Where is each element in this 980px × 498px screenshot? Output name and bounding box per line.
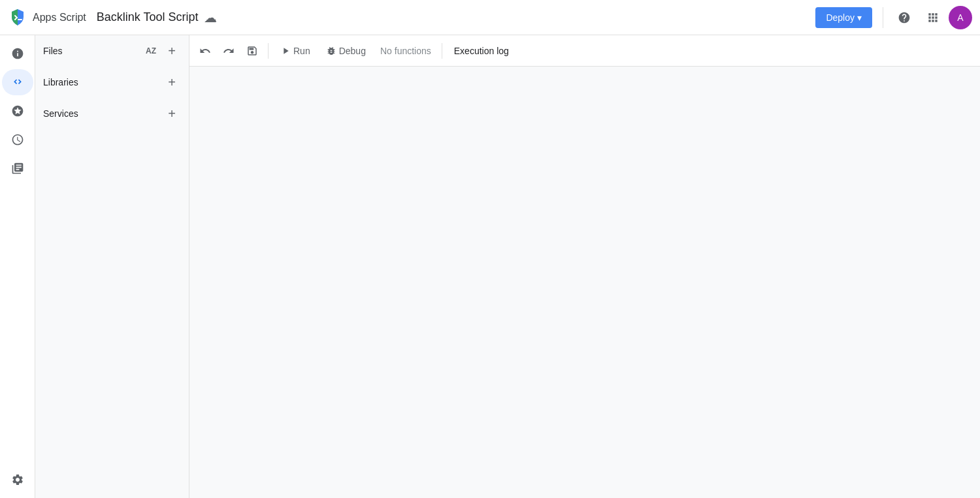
app-logo: Apps Script	[8, 8, 86, 27]
avatar-initial: A	[957, 12, 963, 23]
debug-icon	[326, 46, 336, 56]
services-section: Services +	[35, 98, 189, 129]
sidebar: Files AZ + Libraries +	[35, 35, 189, 498]
files-section: Files AZ +	[35, 35, 189, 67]
redo-icon	[223, 45, 235, 57]
libraries-section-title: Libraries	[43, 77, 78, 87]
apps-grid-button[interactable]	[920, 5, 946, 31]
deploy-button[interactable]: Deploy ▾	[815, 7, 872, 28]
editor-icon	[11, 76, 24, 89]
apps-script-logo	[8, 8, 27, 27]
debug-label: Debug	[339, 46, 366, 56]
triggers-icon	[11, 104, 24, 117]
toolbar-divider-2	[442, 43, 442, 59]
left-nav	[0, 35, 35, 498]
no-functions-label: No functions	[375, 46, 436, 56]
cloud-save-icon[interactable]: ☁	[204, 10, 217, 25]
debug-button[interactable]: Debug	[319, 43, 372, 59]
undo-button[interactable]	[195, 40, 216, 61]
nav-overview-button[interactable]	[5, 40, 31, 67]
files-add-button[interactable]: +	[163, 42, 181, 60]
execution-log-button[interactable]: Execution log	[448, 43, 515, 59]
nav-settings-button[interactable]	[5, 467, 31, 493]
sort-az-icon: AZ	[146, 46, 156, 55]
project-title: Backlink Tool Script	[97, 10, 199, 24]
settings-icon	[11, 473, 24, 486]
add-library-icon: +	[168, 75, 176, 90]
deploy-arrow-icon: ▾	[857, 12, 862, 23]
nav-executions-button[interactable]	[5, 127, 31, 153]
overview-icon	[11, 47, 24, 60]
files-section-title: Files	[43, 46, 63, 56]
header: Apps Script Backlink Tool Script ☁ Deplo…	[0, 0, 980, 35]
add-service-icon: +	[168, 106, 176, 121]
deploy-label: Deploy	[826, 12, 855, 23]
nav-editor-button[interactable]	[2, 69, 33, 95]
executions-icon	[11, 133, 24, 146]
toolbar: Run Debug No functions Execution log	[189, 35, 980, 67]
add-file-icon: +	[168, 44, 176, 59]
header-divider	[883, 7, 883, 28]
user-avatar[interactable]: A	[949, 6, 972, 29]
files-section-actions: AZ +	[142, 42, 181, 60]
editor-area: Run Debug No functions Execution log	[189, 35, 980, 498]
libraries-add-button[interactable]: +	[163, 73, 181, 91]
run-button[interactable]: Run	[274, 43, 317, 59]
libraries-section-actions: +	[163, 73, 181, 91]
main-layout: Files AZ + Libraries +	[0, 35, 980, 498]
editor-content	[189, 67, 980, 498]
services-add-button[interactable]: +	[163, 104, 181, 123]
files-sort-button[interactable]: AZ	[142, 42, 160, 60]
queues-icon	[11, 162, 24, 175]
app-name-label: Apps Script	[33, 12, 86, 23]
undo-icon	[199, 45, 211, 57]
redo-button[interactable]	[218, 40, 239, 61]
services-section-header[interactable]: Services +	[35, 98, 189, 129]
nav-triggers-button[interactable]	[5, 98, 31, 124]
apps-grid-icon	[926, 11, 939, 24]
execution-log-label: Execution log	[454, 46, 509, 56]
libraries-section: Libraries +	[35, 67, 189, 98]
services-section-actions: +	[163, 104, 181, 123]
save-icon	[246, 45, 258, 57]
toolbar-divider-1	[268, 43, 269, 59]
services-section-title: Services	[43, 108, 78, 119]
run-label: Run	[293, 46, 310, 56]
help-icon	[898, 11, 911, 24]
help-button[interactable]	[891, 5, 917, 31]
libraries-section-header[interactable]: Libraries +	[35, 67, 189, 98]
run-icon	[280, 46, 291, 56]
files-section-header[interactable]: Files AZ +	[35, 35, 189, 67]
save-button[interactable]	[242, 40, 263, 61]
nav-queues-button[interactable]	[5, 155, 31, 181]
